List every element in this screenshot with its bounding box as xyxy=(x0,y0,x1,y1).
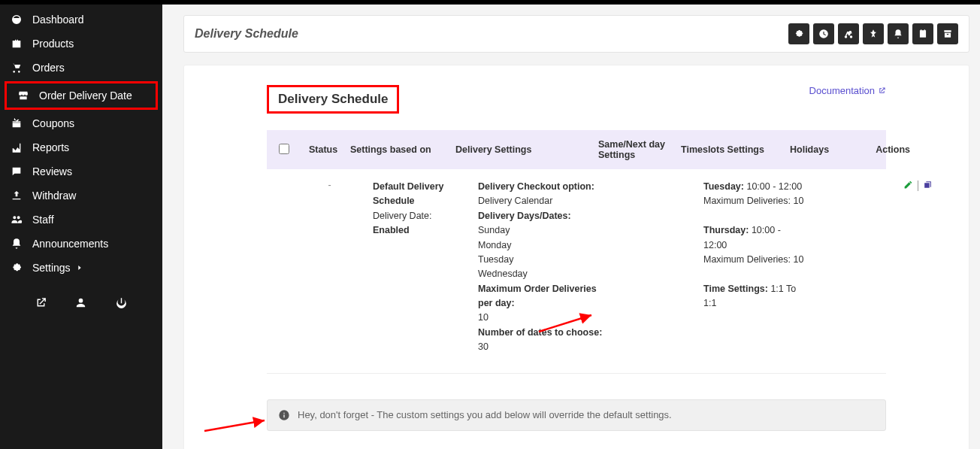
basis-date-value: Enabled xyxy=(373,225,410,235)
deliv-day: Monday xyxy=(478,240,511,250)
sidebar: Dashboard Products Orders Order Delivery… xyxy=(0,5,162,449)
row-status: - xyxy=(309,180,350,190)
sidebar-item-orders[interactable]: Orders xyxy=(0,56,162,80)
calendar-icon xyxy=(918,29,928,39)
sidebar-item-reviews[interactable]: Reviews xyxy=(0,159,162,184)
toolbar-time-button[interactable] xyxy=(813,23,834,44)
deliv-checkout-value: Delivery Calendar xyxy=(478,196,552,206)
toolbar-pin-button[interactable] xyxy=(863,23,884,44)
briefcase-icon xyxy=(11,38,23,50)
gear-icon xyxy=(794,29,804,39)
deliv-day: Sunday xyxy=(478,225,510,235)
archive-icon xyxy=(942,29,953,39)
chat-icon xyxy=(11,165,23,177)
col-actions: Actions xyxy=(873,144,910,155)
gauge-icon xyxy=(11,14,23,26)
sidebar-item-settings[interactable]: Settings xyxy=(0,256,162,280)
deliv-choose-label: Number of dates to choose: xyxy=(478,327,602,338)
sidebar-item-reports[interactable]: Reports xyxy=(0,135,162,159)
external-link-icon xyxy=(878,86,886,95)
gear-icon xyxy=(11,262,23,274)
clock-icon xyxy=(818,29,829,39)
info-icon xyxy=(278,409,290,421)
chart-icon xyxy=(11,141,23,153)
pin-icon xyxy=(868,29,879,39)
sidebar-item-dashboard[interactable]: Dashboard xyxy=(0,8,162,32)
gift-icon xyxy=(11,117,23,129)
store-icon xyxy=(17,89,29,102)
schedule-card: Delivery Schedule Documentation Status S… xyxy=(183,65,969,449)
toolbar-settings-button[interactable] xyxy=(788,23,809,44)
page-header: Delivery Schedule xyxy=(183,15,969,53)
sidebar-item-withdraw[interactable]: Withdraw xyxy=(0,184,162,208)
bike-icon xyxy=(843,29,854,39)
col-same: Same/Next day Settings xyxy=(598,139,681,160)
deliv-max-label: Maximum Order Deliveries per day: xyxy=(478,284,597,308)
deliv-day: Wednesday xyxy=(478,268,528,279)
toolbar-calendar-button[interactable] xyxy=(912,23,933,44)
chevron-right-icon xyxy=(76,264,83,272)
table-header: Status Settings based on Delivery Settin… xyxy=(267,130,886,169)
copy-button[interactable] xyxy=(923,180,933,192)
sidebar-item-staff[interactable]: Staff xyxy=(0,208,162,232)
toolbar-delivery-button[interactable] xyxy=(838,23,859,44)
pencil-icon xyxy=(903,180,913,190)
col-delivery: Delivery Settings xyxy=(455,144,598,155)
col-slots: Timeslots Settings xyxy=(681,144,790,155)
page-title: Delivery Schedule xyxy=(195,27,298,41)
sidebar-item-products[interactable]: Products xyxy=(0,32,162,56)
user-icon[interactable] xyxy=(74,296,87,309)
upload-icon xyxy=(11,190,23,202)
override-notice: Hey, don't forget - The custom settings … xyxy=(267,399,886,431)
col-status: Status xyxy=(309,144,350,155)
toolbar-notify-button[interactable] xyxy=(888,23,909,44)
deliv-max-value: 10 xyxy=(478,312,488,323)
col-basis: Settings based on xyxy=(350,144,455,155)
bell-icon xyxy=(11,238,23,250)
card-title: Delivery Schedule xyxy=(267,85,399,114)
power-icon[interactable] xyxy=(115,296,128,309)
external-link-icon[interactable] xyxy=(35,296,47,309)
deliv-days-label: Delivery Days/Dates: xyxy=(478,211,571,221)
users-icon xyxy=(11,214,23,226)
edit-button[interactable] xyxy=(903,180,913,192)
basis-date-label: Delivery Date: xyxy=(373,211,432,221)
cart-icon xyxy=(11,62,23,74)
copy-icon xyxy=(923,180,933,190)
basis-title: Default Delivery Schedule xyxy=(373,181,443,206)
deliv-choose-value: 30 xyxy=(478,341,488,352)
sidebar-item-announcements[interactable]: Announcements xyxy=(0,232,162,256)
bell-icon xyxy=(893,29,903,39)
documentation-link[interactable]: Documentation xyxy=(809,85,886,96)
sidebar-item-order-delivery-date[interactable]: Order Delivery Date xyxy=(7,83,156,108)
select-all-checkbox[interactable] xyxy=(279,144,289,154)
table-row: - Default Delivery Schedule Delivery Dat… xyxy=(267,169,886,374)
col-holidays: Holidays xyxy=(790,144,873,155)
deliv-checkout-label: Delivery Checkout option: xyxy=(478,181,594,192)
deliv-day: Tuesday xyxy=(478,254,513,265)
toolbar xyxy=(788,23,958,44)
sidebar-item-coupons[interactable]: Coupons xyxy=(0,111,162,135)
toolbar-archive-button[interactable] xyxy=(937,23,958,44)
